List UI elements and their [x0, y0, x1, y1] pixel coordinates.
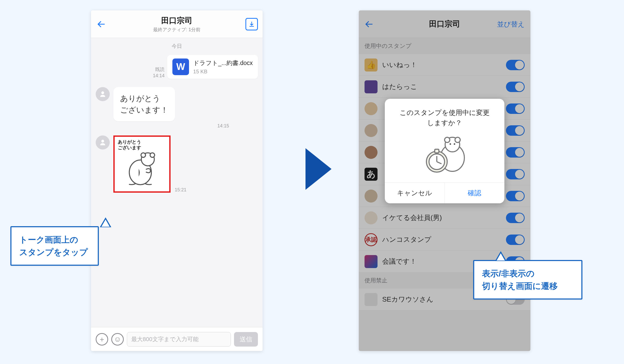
word-file-icon: W [172, 58, 189, 75]
back-button[interactable] [95, 18, 108, 30]
svg-marker-4 [306, 148, 332, 190]
flow-arrow-icon [304, 148, 333, 191]
diagram-canvas: 田口宗司 最終アクティブ: 1分前 今日 既読 14:14 W ドラフト_ [0, 0, 624, 364]
attach-button[interactable]: ＋ [96, 333, 108, 346]
chat-input-bar: ＋ ☺ 最大800文字まで入力可能 送信 [91, 327, 263, 351]
emoji-button[interactable]: ☺ [111, 333, 124, 346]
download-button[interactable] [245, 18, 258, 30]
callout-line: 切り替え画面に遷移 [482, 281, 558, 291]
svg-point-3 [141, 153, 146, 157]
message-input[interactable]: 最大800文字まで入力可能 [127, 332, 231, 347]
message-time: 15:21 [175, 187, 186, 193]
incoming-text-message: ありがとう ございます！ [96, 87, 258, 121]
text-bubble: ありがとう ございます！ [113, 87, 175, 121]
svg-point-13 [454, 143, 455, 145]
callout-line: 表示/非表示の [482, 269, 535, 278]
svg-point-8 [455, 137, 460, 142]
message-time: 14:15 [217, 123, 258, 129]
chat-body: 今日 既読 14:14 W ドラフト_...約書.docx 15 KB [91, 38, 263, 327]
sticker-caption-line: ございます [118, 145, 141, 150]
callout-right: 表示/非表示の 切り替え画面に遷移 [473, 260, 582, 300]
outgoing-file-message: 既読 14:14 W ドラフト_...約書.docx 15 KB [96, 55, 258, 79]
download-icon [248, 21, 255, 28]
callout-pointer-icon [100, 217, 111, 227]
dialog-message-line: しますか？ [427, 119, 462, 127]
dialog-cancel-button[interactable]: キャンセル [385, 183, 445, 203]
chat-screen: 田口宗司 最終アクティブ: 1分前 今日 既読 14:14 W ドラフト_ [91, 10, 263, 351]
svg-point-2 [150, 153, 155, 157]
chat-sticker[interactable]: ありがとう ございます [113, 135, 171, 193]
chat-header: 田口宗司 最終アクティブ: 1分前 [91, 10, 263, 38]
confirm-dialog: このスタンプを使用中に変更 しますか？ [385, 99, 504, 203]
dialog-message-line: このスタンプを使用中に変更 [400, 109, 490, 116]
callout-pointer-icon [495, 251, 506, 261]
message-time: 14:14 [153, 73, 165, 79]
dialog-confirm-button[interactable]: 確認 [445, 183, 505, 203]
send-button[interactable]: 送信 [234, 332, 258, 347]
chat-title: 田口宗司 [91, 15, 263, 26]
text-line: ございます！ [120, 106, 168, 114]
date-separator: 今日 [96, 43, 258, 50]
svg-point-7 [445, 137, 450, 142]
callout-line: トーク画面上の [19, 235, 78, 244]
dialog-sticker-preview [385, 131, 504, 183]
incoming-sticker-message: ありがとう ございます [96, 135, 258, 193]
sender-avatar-icon [96, 135, 110, 150]
sender-avatar-icon [96, 87, 110, 101]
last-active: 最終アクティブ: 1分前 [91, 27, 263, 33]
callout-line: スタンプをタップ [19, 248, 88, 257]
svg-point-12 [450, 143, 451, 145]
read-status: 既読 [153, 67, 165, 73]
svg-rect-11 [435, 149, 439, 153]
file-name: ドラフト_...約書.docx [193, 59, 253, 67]
callout-left: トーク画面上の スタンプをタップ [10, 226, 99, 266]
text-line: ありがとう [120, 94, 160, 103]
sticker-caption-line: ありがとう [118, 139, 141, 145]
file-size: 15 KB [193, 69, 253, 75]
sticker-settings-screen: 田口宗司 並び替え 使用中のスタンプ 👍いいねっ！はたらっこあイケてる会社員(男… [359, 10, 530, 351]
back-arrow-icon [97, 20, 106, 29]
file-attachment[interactable]: W ドラフト_...約書.docx 15 KB [167, 55, 258, 79]
